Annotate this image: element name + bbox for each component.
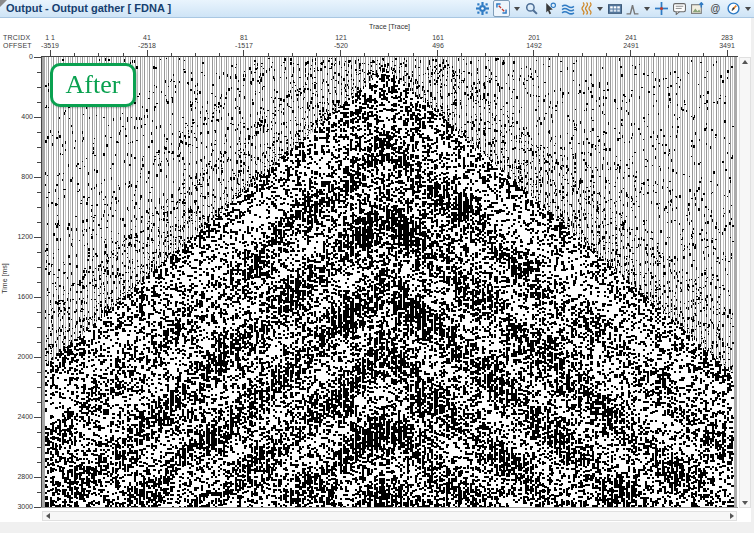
trcidx-value: 1 1 — [18, 34, 82, 41]
compass-timer-icon[interactable] — [726, 1, 741, 16]
pane-titlebar[interactable]: Output - Output gather [ FDNA ] @ — [0, 0, 754, 18]
dropdown-caret-icon[interactable] — [514, 7, 520, 11]
x-major-tick — [437, 50, 438, 57]
search-at-icon[interactable]: @ — [708, 1, 723, 16]
trcidx-value: 161 — [406, 34, 470, 41]
y-minor-tick — [37, 87, 41, 88]
trcidx-value: 201 — [502, 34, 566, 41]
film-strip-icon[interactable] — [607, 1, 622, 16]
scroll-up-icon — [742, 60, 748, 64]
y-tick-label: 1200 — [7, 233, 33, 240]
y-minor-tick — [37, 432, 41, 433]
offset-value: -1517 — [212, 42, 276, 49]
y-tick-label: 1600 — [7, 293, 33, 300]
scroll-up-button[interactable] — [741, 58, 750, 66]
x-major-tick — [630, 50, 631, 57]
y-minor-tick — [37, 327, 41, 328]
settings-gear-icon[interactable] — [475, 1, 490, 16]
y-minor-tick — [37, 402, 41, 403]
application-window: Output - Output gather [ FDNA ] @ Trace … — [0, 0, 754, 533]
seismic-section-canvas[interactable] — [45, 57, 734, 507]
dropdown-caret-icon[interactable] — [745, 7, 751, 11]
peak-gain-icon[interactable] — [625, 1, 640, 16]
offset-value: 2491 — [599, 42, 663, 49]
y-tick-label: 3000 — [7, 503, 33, 510]
y-tick-label: 0 — [7, 53, 33, 60]
toolbar: @ — [475, 0, 752, 17]
plot-bottom-line — [41, 507, 738, 508]
y-minor-tick — [37, 147, 41, 148]
wiggle-display-icon[interactable] — [578, 1, 593, 16]
y-minor-tick — [37, 372, 41, 373]
scroll-left-icon — [46, 513, 50, 519]
x-major-tick — [340, 50, 341, 57]
y-minor-tick — [37, 207, 41, 208]
y-tick-label: 2400 — [7, 413, 33, 420]
y-major-tick — [34, 297, 41, 298]
waves-view-icon[interactable] — [560, 1, 575, 16]
seismic-plot-viewport[interactable] — [42, 57, 737, 507]
y-minor-tick — [37, 447, 41, 448]
horizontal-scrollbar[interactable] — [42, 511, 737, 521]
y-tick-label: 2000 — [7, 353, 33, 360]
scroll-right-button[interactable] — [727, 512, 736, 520]
zoom-icon[interactable] — [524, 1, 539, 16]
y-minor-tick — [37, 342, 41, 343]
scroll-down-icon — [742, 501, 748, 505]
comment-icon[interactable] — [672, 1, 687, 16]
y-minor-tick — [37, 102, 41, 103]
trcidx-value: 121 — [309, 34, 373, 41]
offset-value: -3519 — [18, 42, 82, 49]
y-minor-tick — [37, 132, 41, 133]
y-major-tick — [34, 477, 41, 478]
y-axis-title: Time [ms] — [1, 254, 8, 304]
after-annotation-badge: After — [50, 63, 136, 107]
dropdown-caret-icon[interactable] — [644, 7, 650, 11]
y-minor-tick — [37, 462, 41, 463]
y-minor-tick — [37, 267, 41, 268]
y-minor-tick — [37, 282, 41, 283]
y-minor-tick — [37, 252, 41, 253]
x-axis-title: Trace [Trace] — [42, 23, 737, 30]
x-major-tick — [147, 50, 148, 57]
fit-window-icon[interactable] — [493, 0, 510, 17]
y-minor-tick — [37, 312, 41, 313]
offset-value: 496 — [406, 42, 470, 49]
y-major-tick — [34, 117, 41, 118]
trcidx-value: 81 — [212, 34, 276, 41]
pick-cursor-icon[interactable] — [542, 1, 557, 16]
x-major-tick — [727, 50, 728, 57]
y-major-tick — [34, 507, 41, 508]
pane-title: Output - Output gather [ FDNA ] — [6, 2, 171, 14]
scroll-right-icon — [730, 513, 734, 519]
y-major-tick — [34, 237, 41, 238]
y-minor-tick — [37, 192, 41, 193]
x-major-tick — [243, 50, 244, 57]
scroll-down-button[interactable] — [741, 499, 750, 507]
y-minor-tick — [37, 492, 41, 493]
offset-value: -2518 — [115, 42, 179, 49]
y-tick-label: 800 — [7, 173, 33, 180]
y-minor-tick — [37, 222, 41, 223]
y-major-tick — [34, 57, 41, 58]
y-minor-tick — [37, 72, 41, 73]
y-major-tick — [34, 357, 41, 358]
trcidx-value: 241 — [599, 34, 663, 41]
y-minor-tick — [37, 387, 41, 388]
y-tick-label: 2800 — [7, 473, 33, 480]
window-footer — [0, 522, 754, 533]
vertical-scrollbar[interactable] — [739, 57, 751, 508]
y-major-tick — [34, 417, 41, 418]
offset-value: 1492 — [502, 42, 566, 49]
dropdown-caret-icon[interactable] — [597, 7, 603, 11]
offset-value: 3491 — [695, 42, 754, 49]
crosshair-icon[interactable] — [654, 1, 669, 16]
export-image-icon[interactable] — [690, 1, 705, 16]
y-minor-tick — [37, 162, 41, 163]
x-major-tick — [50, 50, 51, 57]
trcidx-value: 41 — [115, 34, 179, 41]
x-major-tick — [533, 50, 534, 57]
scroll-left-button[interactable] — [43, 512, 52, 520]
y-major-tick — [34, 177, 41, 178]
offset-value: -520 — [309, 42, 373, 49]
